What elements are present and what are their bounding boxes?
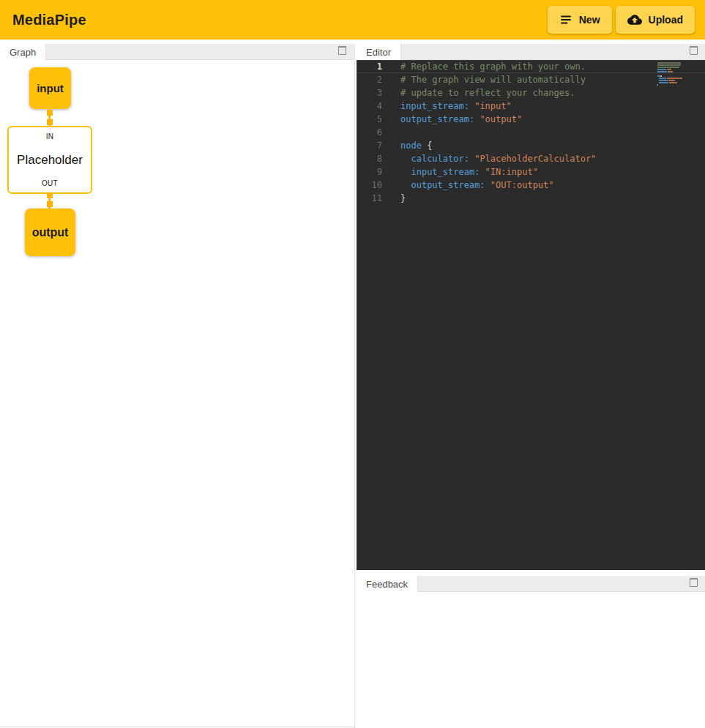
code-line: 2# The graph view will automatically	[357, 73, 705, 86]
code-line: 7node {	[357, 139, 705, 152]
horizontal-panel-splitter[interactable]	[357, 570, 705, 576]
graph-node-input[interactable]: input	[29, 67, 71, 109]
graph-canvas[interactable]: input IN Placeholder OUT output	[0, 60, 354, 727]
editor-panel: Editor 1# Replace this graph with your o…	[357, 44, 705, 570]
tab-graph[interactable]: Graph	[0, 44, 46, 60]
line-number: 10	[357, 179, 391, 192]
app-header: MediaPipe New Upload	[0, 0, 705, 40]
line-number: 7	[357, 139, 391, 152]
code-line: 5output_stream: "output"	[357, 113, 705, 126]
line-number: 1	[357, 60, 391, 73]
line-number: 4	[357, 100, 391, 113]
header-buttons: New Upload	[548, 6, 695, 34]
tab-feedback[interactable]: Feedback	[357, 576, 418, 592]
code-line: 4input_stream: "input"	[357, 100, 705, 113]
graph-node-output[interactable]: output	[25, 209, 75, 256]
new-button[interactable]: New	[548, 6, 612, 34]
code-line: 11}	[357, 192, 705, 205]
graph-panel: Graph input IN Placeholder OUT output	[0, 44, 354, 727]
app: MediaPipe New Upload Graph i	[0, 0, 705, 728]
line-number: 2	[357, 73, 391, 86]
maximize-icon[interactable]	[338, 46, 346, 55]
line-number: 3	[357, 86, 391, 100]
graph-tabstrip: Graph	[0, 44, 354, 60]
out-port-label: OUT	[42, 179, 58, 187]
code-line: 10 output_stream: "OUT:output"	[357, 179, 705, 192]
app-title: MediaPipe	[12, 12, 86, 29]
code-line: 1# Replace this graph with your own.	[357, 60, 705, 73]
upload-button-label: Upload	[649, 14, 683, 26]
tab-editor[interactable]: Editor	[357, 44, 401, 60]
input-port-marker	[47, 119, 53, 125]
line-number: 11	[357, 192, 391, 205]
feedback-tabstrip: Feedback	[357, 576, 705, 592]
in-port-label: IN	[46, 132, 54, 140]
output-port-marker	[47, 110, 53, 116]
editor-minimap[interactable]	[657, 62, 690, 86]
tab-feedback-label: Feedback	[366, 579, 408, 590]
upload-cloud-icon	[627, 12, 642, 27]
code-editor[interactable]: 1# Replace this graph with your own.2# T…	[357, 60, 705, 570]
line-number: 8	[357, 152, 391, 165]
code-line: 8 calculator: "PlaceholderCalculator"	[357, 152, 705, 165]
placeholder-node-label: Placeholder	[17, 153, 83, 168]
input-port-marker	[47, 201, 53, 207]
output-port-marker	[47, 192, 53, 198]
minimap-content	[657, 62, 690, 86]
new-button-label: New	[579, 14, 600, 26]
tab-editor-label: Editor	[366, 47, 391, 58]
upload-button[interactable]: Upload	[616, 6, 695, 34]
editor-lines: 1# Replace this graph with your own.2# T…	[357, 60, 705, 205]
maximize-icon[interactable]	[690, 46, 698, 55]
graph-node-placeholder[interactable]: IN Placeholder OUT	[7, 126, 92, 194]
code-line: 9 input_stream: "IN:input"	[357, 165, 705, 179]
maximize-icon[interactable]	[690, 578, 698, 587]
new-graph-icon	[559, 13, 572, 26]
code-line: 6	[357, 126, 705, 139]
feedback-content	[357, 592, 705, 728]
code-line: 3# update to reflect your changes.	[357, 86, 705, 100]
line-number: 9	[357, 165, 391, 179]
line-number: 5	[357, 113, 391, 126]
feedback-panel: Feedback	[357, 576, 705, 728]
editor-tabstrip: Editor	[357, 44, 705, 60]
tab-graph-label: Graph	[10, 47, 36, 58]
line-number: 6	[357, 126, 391, 139]
